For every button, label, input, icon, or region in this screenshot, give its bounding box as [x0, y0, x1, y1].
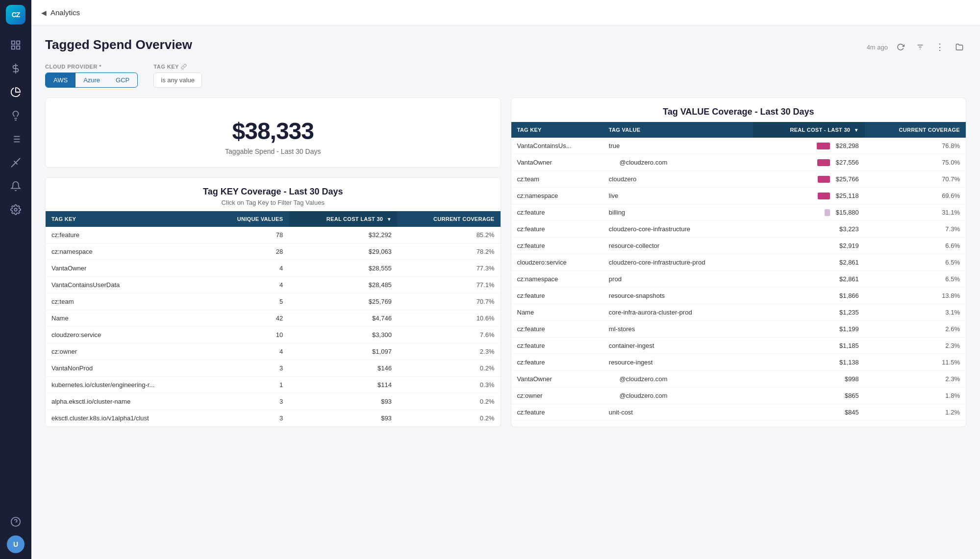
- sidebar-item-analytics[interactable]: [0, 80, 31, 104]
- sidebar-item-reports[interactable]: [0, 127, 31, 151]
- vc-real-cost: $15,880: [753, 204, 865, 221]
- table-row[interactable]: VantaOwner @cloudzero.com $998 2.3%: [511, 371, 966, 388]
- sidebar: CZ: [0, 0, 31, 559]
- cloud-provider-label: CLOUD PROVIDER *: [45, 64, 138, 70]
- svg-rect-1: [17, 41, 20, 44]
- vc-coverage: 13.8%: [865, 288, 966, 304]
- vc-coverage: 2.3%: [865, 338, 966, 354]
- svg-rect-3: [17, 46, 20, 49]
- sidebar-nav: [0, 29, 31, 510]
- back-button[interactable]: ◀: [41, 9, 47, 17]
- table-row[interactable]: VantaContainsUs... true $28,298 76.8%: [511, 138, 966, 154]
- kc-real-cost: $93: [289, 410, 398, 427]
- kc-col-unique: UNIQUE VALUES: [207, 211, 289, 227]
- key-coverage-title: Tag KEY Coverage - Last 30 Days: [46, 178, 501, 199]
- sidebar-item-integrations[interactable]: [0, 151, 31, 174]
- blurred-value: [609, 392, 620, 399]
- table-row[interactable]: cz:namespace prod $2,861 6.5%: [511, 271, 966, 288]
- table-row[interactable]: cloudzero:service cloudzero-core-infrast…: [511, 254, 966, 271]
- sidebar-item-help[interactable]: [7, 510, 25, 534]
- page-title: Tagged Spend Overview: [45, 37, 192, 52]
- table-row[interactable]: cz:feature resource-snapshots $1,866 13.…: [511, 288, 966, 304]
- table-row[interactable]: VantaContainsUserData 4 $28,485 77.1%: [46, 277, 501, 293]
- table-row[interactable]: VantaNonProd 3 $146 0.2%: [46, 360, 501, 377]
- refresh-icon: [897, 43, 905, 51]
- kc-coverage: 77.3%: [398, 260, 501, 277]
- vc-real-cost: $1,138: [753, 354, 865, 371]
- tag-key-label: TAG KEY: [153, 64, 202, 70]
- table-row[interactable]: cz:feature cloudzero-core-infrastructure…: [511, 221, 966, 238]
- vc-tag-key: cz:team: [511, 171, 603, 188]
- blurred-value: [609, 159, 620, 166]
- more-button[interactable]: ⋮: [933, 40, 947, 54]
- table-row[interactable]: cz:feature unit-cost $845 1.2%: [511, 404, 966, 421]
- spend-amount: $38,333: [232, 118, 314, 145]
- table-row[interactable]: VantaOwner 4 $28,555 77.3%: [46, 260, 501, 277]
- back-icon: ◀: [41, 9, 47, 17]
- sidebar-logo[interactable]: CZ: [0, 0, 31, 29]
- vc-real-cost: $1,199: [753, 321, 865, 338]
- kc-unique-values: 3: [207, 360, 289, 377]
- kc-real-cost: $1,097: [289, 343, 398, 360]
- avatar[interactable]: U: [7, 535, 25, 553]
- tag-key-value[interactable]: is any value: [153, 73, 202, 88]
- table-row[interactable]: cz:feature 78 $32,292 85.2%: [46, 227, 501, 243]
- sidebar-item-settings[interactable]: [0, 198, 31, 221]
- table-row[interactable]: cz:owner 4 $1,097 2.3%: [46, 343, 501, 360]
- vc-coverage: 11.5%: [865, 354, 966, 371]
- sidebar-item-insights[interactable]: [0, 104, 31, 127]
- vc-col-tag-value: TAG VALUE: [603, 122, 753, 138]
- table-row[interactable]: alpha.eksctl.io/cluster-name 3 $93 0.2%: [46, 393, 501, 410]
- table-row[interactable]: cz:team 5 $25,769 70.7%: [46, 293, 501, 310]
- vc-tag-value: core-infra-aurora-cluster-prod: [603, 304, 753, 321]
- kc-real-cost: $28,555: [289, 260, 398, 277]
- vc-tag-value: ml-stores: [603, 321, 753, 338]
- table-row[interactable]: cz:namespace 28 $29,063 78.2%: [46, 243, 501, 260]
- kc-unique-values: 5: [207, 293, 289, 310]
- kc-unique-values: 78: [207, 227, 289, 243]
- table-row[interactable]: cz:feature resource-collector $2,919 6.6…: [511, 238, 966, 254]
- table-row[interactable]: cz:feature resource-ingest $1,138 11.5%: [511, 354, 966, 371]
- table-row[interactable]: VantaOwner @cloudzero.com $27,556 75.0%: [511, 154, 966, 171]
- table-row[interactable]: cz:feature billing $15,880 31.1%: [511, 204, 966, 221]
- kc-unique-values: 10: [207, 327, 289, 343]
- kc-col-real-cost[interactable]: REAL COST LAST 30 ▼: [289, 211, 398, 227]
- provider-aws-button[interactable]: AWS: [46, 73, 75, 87]
- table-row[interactable]: cz:feature container-ingest $1,185 2.3%: [511, 338, 966, 354]
- table-row[interactable]: Name 42 $4,746 10.6%: [46, 310, 501, 327]
- folder-button[interactable]: [953, 40, 966, 54]
- vc-tag-value: billing: [603, 204, 753, 221]
- table-row[interactable]: cloudzero:service 10 $3,300 7.6%: [46, 327, 501, 343]
- sort-icon-kc: ▼: [387, 217, 392, 222]
- sidebar-item-alerts[interactable]: [0, 174, 31, 198]
- key-coverage-table: TAG KEY UNIQUE VALUES REAL COST LAST 30 …: [46, 211, 501, 427]
- kc-tag-key: VantaOwner: [46, 260, 207, 277]
- sidebar-item-billing[interactable]: [0, 57, 31, 80]
- sidebar-item-dashboard[interactable]: [0, 33, 31, 57]
- cost-value: $1,138: [839, 359, 859, 366]
- table-row[interactable]: cz:team cloudzero $25,766 70.7%: [511, 171, 966, 188]
- table-row[interactable]: cz:feature ml-stores $1,199 2.6%: [511, 321, 966, 338]
- vc-tag-key: cz:feature: [511, 321, 603, 338]
- refresh-button[interactable]: [894, 40, 907, 54]
- provider-azure-button[interactable]: Azure: [75, 73, 108, 87]
- table-row[interactable]: cz:namespace live $25,118 69.6%: [511, 188, 966, 204]
- vc-col-tag-key: TAG KEY: [511, 122, 603, 138]
- kc-real-cost: $4,746: [289, 310, 398, 327]
- table-row[interactable]: eksctl.cluster.k8s.io/v1alpha1/clust 3 $…: [46, 410, 501, 427]
- vc-col-real-cost[interactable]: REAL COST - LAST 30 ▼: [753, 122, 865, 138]
- more-icon: ⋮: [935, 43, 944, 51]
- vc-tag-value: true: [603, 138, 753, 154]
- cost-with-bar: $25,766: [759, 175, 859, 183]
- main-content: ◀ Analytics Tagged Spend Overview 4m ago…: [31, 0, 980, 559]
- kc-real-cost: $114: [289, 377, 398, 393]
- value-coverage-card: Tag VALUE Coverage - Last 30 Days TAG KE…: [511, 97, 967, 427]
- vc-coverage: 2.6%: [865, 321, 966, 338]
- table-row[interactable]: Name core-infra-aurora-cluster-prod $1,2…: [511, 304, 966, 321]
- table-row[interactable]: kubernetes.io/cluster/engineering-r... 1…: [46, 377, 501, 393]
- filter-button[interactable]: [913, 40, 927, 54]
- table-row[interactable]: cz:owner @cloudzero.com $865 1.8%: [511, 388, 966, 404]
- vc-real-cost: $27,556: [753, 154, 865, 171]
- vc-tag-value: cloudzero-core-infrastructure: [603, 221, 753, 238]
- provider-gcp-button[interactable]: GCP: [108, 73, 137, 87]
